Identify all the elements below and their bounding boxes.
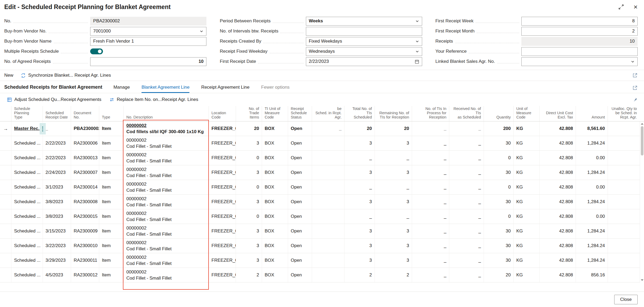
col-header-status[interactable]: Receipt Schedule Status — [288, 106, 312, 121]
col-header-receipt_date[interactable]: Scheduled Receipt Date — [43, 106, 71, 121]
item-no-link[interactable]: 00000002 — [126, 167, 147, 172]
combo-period-between-receipts[interactable]: Weeks — [306, 17, 422, 26]
table-row[interactable]: Scheduled ...3/22/2023RA2300010Item00000… — [0, 239, 644, 253]
chevron-down-icon[interactable] — [631, 60, 635, 64]
field-no: No.PBA2300002 — [4, 16, 206, 26]
input-no-of-agreed-receipts[interactable]: 10 — [90, 57, 206, 66]
window-close-icon[interactable]: × — [634, 4, 638, 10]
table-row[interactable]: Scheduled ...3/29/2023RA2300011Item00000… — [0, 253, 644, 268]
item-no-link[interactable]: 00000002 — [126, 269, 147, 275]
cell-unit_cost: 42.808 — [539, 224, 576, 238]
cell-remaining_tis: 3 — [375, 136, 412, 150]
col-header-received_tis[interactable]: Received No. of TIs as Scheduled — [449, 106, 484, 121]
item-no-link[interactable]: 00000002 — [126, 255, 147, 260]
cell-unalloc_tis — [312, 253, 344, 268]
scroll-down-icon[interactable] — [641, 279, 643, 281]
calendar-icon[interactable] — [415, 59, 419, 64]
table-row[interactable]: Scheduled ...3/15/2023RA2300009Item00000… — [0, 224, 644, 239]
col-header-amount[interactable]: Amount — [576, 106, 608, 121]
cell-status: Open — [288, 136, 312, 150]
cell-location_code: FREEZER_01 — [209, 209, 236, 224]
chevron-down-icon[interactable] — [415, 50, 419, 54]
tab-manage[interactable]: Manage — [113, 85, 130, 93]
table-row[interactable]: Scheduled ...2/24/2023RA2300007Item00000… — [0, 165, 644, 180]
col-header-trade_items[interactable]: No. of Trade Items — [236, 106, 262, 121]
table-row[interactable]: Scheduled ...3/1/2023RA2300014Item000000… — [0, 180, 644, 195]
focus-mode-icon[interactable] — [618, 4, 624, 10]
vertical-scrollbar[interactable] — [640, 121, 644, 283]
cell-ti_uom: BOX — [262, 239, 288, 253]
pin-button[interactable] — [633, 97, 638, 102]
col-header-total_tis[interactable]: Total No. of TIs Scheduled — [344, 106, 375, 121]
input-no-of-intervals-btw-receipts[interactable] — [306, 27, 422, 36]
tab-receipt-agreement-line[interactable]: Receipt Agreement Line — [201, 85, 249, 93]
col-header-location_code[interactable]: Location Code — [209, 106, 236, 121]
col-header-inprocess_tis[interactable]: No. of TIs In Process for Reception — [412, 106, 449, 121]
cell-amount: 8,561.60 — [576, 121, 608, 136]
row-menu-button[interactable]: ⋮ — [40, 123, 46, 134]
cell-quantity: 30 — [484, 165, 513, 180]
combo-linked-blanket-sales-agr-no[interactable] — [521, 57, 638, 66]
toggle-multiple-receipts-schedule[interactable] — [90, 48, 103, 54]
tab-fewer-options[interactable]: Fewer options — [261, 85, 290, 93]
item-no-link[interactable]: 00000002 — [126, 226, 147, 231]
chevron-down-icon[interactable] — [415, 19, 419, 23]
col-header-type[interactable]: Type — [99, 106, 123, 121]
combo-receipt-fixed-weekday[interactable]: Wednesdays — [306, 47, 422, 56]
tab-blanket-agreement-line[interactable]: Blanket Agreement Line — [142, 85, 190, 93]
row-selector — [0, 268, 11, 282]
col-header-unalloc_qty[interactable]: Unalloc. Qty to be Sched. in Rcpt. Agr. — [608, 106, 639, 121]
new-button[interactable]: New — [4, 73, 13, 78]
adjust-label: Adjust Scheduled Qu...Receipt Agreements — [14, 97, 101, 102]
item-no-link[interactable]: 00000002 — [126, 123, 147, 128]
field-value: 10 — [93, 59, 203, 64]
chevron-down-icon[interactable] — [200, 29, 203, 33]
window-controls: × — [618, 4, 638, 10]
input-first-receipt-month[interactable]: 2 — [521, 27, 638, 36]
open-part-button[interactable] — [632, 73, 638, 78]
combo-receipts-created-by[interactable]: Fixed Weekdays — [306, 37, 422, 46]
input-buy-from-vendor-name[interactable]: Fresh Fish Vendor 1 — [90, 37, 206, 46]
col-header-document_no[interactable]: Document No. — [71, 106, 99, 121]
field-label: Receipt Fixed Weekday — [220, 49, 267, 54]
col-header-planning_type[interactable]: Schedule Planning Type — [11, 106, 43, 121]
date-field-first-receipt-date[interactable]: 2/22/2023 — [306, 57, 422, 66]
table-row[interactable]: Scheduled ...3/8/2023RA2300015Item000000… — [0, 209, 644, 224]
adjust-scheduled-quantities-button[interactable]: Adjust Scheduled Qu...Receipt Agreements — [7, 97, 101, 102]
table-row-master[interactable]: →Master Rec...⋮_PBA2300002Item00000002Co… — [0, 121, 644, 136]
part-tabs: Manage Blanket Agreement Line Receipt Ag… — [113, 85, 289, 93]
scrollbar-thumb[interactable] — [641, 126, 643, 155]
cell-no_description: 00000002Cod Fillet - Small Fillet — [123, 209, 209, 224]
cell-planning_type: Scheduled ... — [11, 136, 43, 150]
cell-uom: KG — [513, 136, 539, 150]
cell-trade_items: 3 — [236, 224, 262, 238]
table-row[interactable]: Scheduled ...2/22/2023RA2300013Item00000… — [0, 151, 644, 165]
col-header-ti_uom[interactable]: TI Unit of Measure Code — [262, 106, 288, 121]
replace-item-no-button[interactable]: Replace Item No. on...Receipt Agr. Lines — [109, 97, 198, 102]
col-header-no_description[interactable]: No. Description — [123, 106, 209, 121]
open-list-button[interactable] — [632, 85, 638, 93]
combo-buy-from-vendor-no[interactable]: 7001000 — [90, 27, 206, 36]
item-no-link[interactable]: 00000002 — [126, 196, 147, 202]
field-label: No. — [4, 18, 11, 24]
cell-location_code: FREEZER_01 — [209, 151, 236, 165]
item-no-link[interactable]: 00000002 — [126, 211, 147, 216]
item-no-link[interactable]: 00000002 — [126, 182, 147, 187]
chevron-down-icon[interactable] — [415, 39, 419, 43]
input-your-reference[interactable] — [521, 47, 638, 56]
col-header-quantity[interactable]: Quantity — [484, 106, 513, 121]
col-header-remaining_tis[interactable]: Remaining No. of TIs for Reception — [375, 106, 412, 121]
col-header-unit_cost[interactable]: Direct Unit Cost Excl. Tax — [539, 106, 576, 121]
table-row[interactable]: Scheduled ...4/5/2023RA2300012Item000000… — [0, 268, 644, 283]
item-no-link[interactable]: 00000002 — [126, 240, 147, 245]
table-row[interactable]: Scheduled ...2/22/2023RA2300006Item00000… — [0, 136, 644, 151]
scroll-up-icon[interactable] — [641, 123, 643, 125]
synchronize-blanket-receipt-agr-lines-button[interactable]: Synchronize Blanket... Receipt Agr. Line… — [21, 73, 111, 78]
item-no-link[interactable]: 00000002 — [126, 152, 147, 158]
input-first-receipt-week[interactable]: 8 — [521, 17, 638, 26]
col-header-uom[interactable]: Unit of Measure Code — [513, 106, 539, 121]
close-button[interactable]: Close — [614, 295, 638, 304]
item-no-link[interactable]: 00000002 — [126, 138, 147, 143]
col-header-unalloc_tis[interactable]: Unalloc. TIs to be Sched. in Rcpt. Agr. — [312, 106, 344, 121]
table-row[interactable]: Scheduled ...3/8/2023RA2300008Item000000… — [0, 195, 644, 209]
